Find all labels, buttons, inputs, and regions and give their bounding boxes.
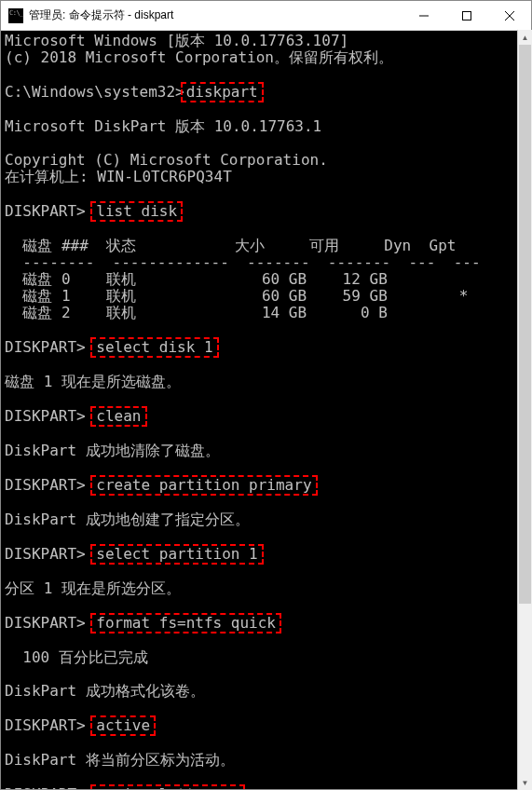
diskpart-prompt: DISKPART> xyxy=(5,614,94,632)
close-icon xyxy=(505,11,514,20)
cmd-clean: clean xyxy=(90,406,146,427)
diskpart-prompt: DISKPART> xyxy=(5,785,94,789)
disk-row: 磁盘 0 联机 60 GB 12 GB xyxy=(5,270,388,288)
os-version-line: Microsoft Windows [版本 10.0.17763.107] xyxy=(5,32,348,49)
scroll-down-button[interactable]: ▼ xyxy=(518,775,532,790)
diskpart-prompt: DISKPART> xyxy=(5,545,94,563)
msg-format-pct: 100 百分比已完成 xyxy=(5,648,148,666)
disk-table-header: 磁盘 ### 状态 大小 可用 Dyn Gpt xyxy=(5,237,456,254)
diskpart-prompt: DISKPART> xyxy=(5,202,94,220)
msg-clean: DiskPart 成功地清除了磁盘。 xyxy=(5,442,220,459)
cmd-list-disk: list disk xyxy=(90,201,183,222)
diskpart-copyright: Copyright (C) Microsoft Corporation. xyxy=(5,151,328,169)
cmd-icon xyxy=(8,8,23,23)
console-output[interactable]: Microsoft Windows [版本 10.0.17763.107] (c… xyxy=(1,31,531,789)
cmd-active: active xyxy=(90,715,156,736)
copyright-line: (c) 2018 Microsoft Corporation。保留所有权利。 xyxy=(5,48,393,66)
prompt-path: C:\Windows\system32> xyxy=(5,83,184,101)
minimize-icon xyxy=(419,11,429,20)
cmd-diskpart: diskpart xyxy=(181,82,264,102)
cmd-window: 管理员: 命令提示符 - diskpart Microsoft Windows … xyxy=(0,0,532,790)
cmd-format: format fs=ntfs quick xyxy=(90,613,281,633)
disk-row: 磁盘 1 联机 60 GB 59 GB * xyxy=(5,287,468,305)
close-button[interactable] xyxy=(488,1,531,30)
maximize-button[interactable] xyxy=(445,1,488,30)
diskpart-prompt: DISKPART> xyxy=(5,716,94,734)
window-title: 管理员: 命令提示符 - diskpart xyxy=(29,7,402,23)
msg-select-disk: 磁盘 1 现在是所选磁盘。 xyxy=(5,373,181,390)
diskpart-prompt: DISKPART> xyxy=(5,338,94,356)
vertical-scrollbar[interactable]: ▲ ▼ xyxy=(517,30,532,790)
cmd-create-partition: create partition primary xyxy=(90,475,317,496)
disk-row: 磁盘 2 联机 14 GB 0 B xyxy=(5,304,388,321)
maximize-icon xyxy=(462,11,471,20)
minimize-button[interactable] xyxy=(402,1,445,30)
cmd-select-partition: select partition 1 xyxy=(90,544,263,565)
diskpart-version: Microsoft DiskPart 版本 10.0.17763.1 xyxy=(5,117,321,135)
scrollbar-thumb[interactable] xyxy=(519,45,531,604)
diskpart-prompt: DISKPART> xyxy=(5,407,94,425)
titlebar[interactable]: 管理员: 命令提示符 - diskpart xyxy=(1,1,531,31)
diskpart-computer: 在计算机上: WIN-L0TCR6PQ34T xyxy=(5,168,232,185)
svg-rect-1 xyxy=(463,11,471,20)
cmd-select-disk: select disk 1 xyxy=(90,337,218,358)
msg-active: DiskPart 将当前分区标为活动。 xyxy=(5,751,235,769)
msg-format-done: DiskPart 成功格式化该卷。 xyxy=(5,682,205,700)
disk-table-divider: -------- ------------- ------- ------- -… xyxy=(5,253,481,271)
msg-select-partition: 分区 1 现在是所选分区。 xyxy=(5,579,181,597)
diskpart-prompt: DISKPART> xyxy=(5,476,94,494)
msg-create-partition: DiskPart 成功地创建了指定分区。 xyxy=(5,511,250,528)
window-controls xyxy=(402,1,531,30)
cmd-assign: assign letter= r xyxy=(90,784,245,789)
scroll-up-button[interactable]: ▲ xyxy=(518,30,532,45)
